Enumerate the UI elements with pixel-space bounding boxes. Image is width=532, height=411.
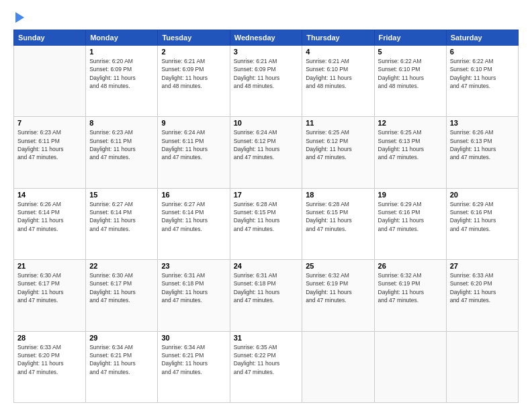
day-info: Sunrise: 6:30 AMSunset: 6:17 PMDaylight:… <box>89 271 154 304</box>
logo <box>13 12 24 23</box>
day-number: 27 <box>450 262 515 270</box>
day-info: Sunrise: 6:21 AMSunset: 6:09 PMDaylight:… <box>161 57 226 90</box>
calendar-cell: 26Sunrise: 6:32 AMSunset: 6:19 PMDayligh… <box>374 260 446 331</box>
day-info: Sunrise: 6:32 AMSunset: 6:19 PMDaylight:… <box>378 271 443 304</box>
day-info: Sunrise: 6:27 AMSunset: 6:14 PMDaylight:… <box>161 200 226 233</box>
calendar-cell: 12Sunrise: 6:25 AMSunset: 6:13 PMDayligh… <box>374 117 446 188</box>
day-info: Sunrise: 6:23 AMSunset: 6:11 PMDaylight:… <box>89 128 154 161</box>
calendar-cell: 6Sunrise: 6:22 AMSunset: 6:10 PMDaylight… <box>446 46 518 117</box>
calendar-cell: 19Sunrise: 6:29 AMSunset: 6:16 PMDayligh… <box>374 188 446 259</box>
day-info: Sunrise: 6:27 AMSunset: 6:14 PMDaylight:… <box>89 200 154 233</box>
logo-arrow-icon <box>15 12 24 23</box>
day-info: Sunrise: 6:21 AMSunset: 6:09 PMDaylight:… <box>234 57 299 90</box>
day-number: 8 <box>89 119 154 127</box>
day-number: 6 <box>450 48 515 56</box>
calendar-cell: 8Sunrise: 6:23 AMSunset: 6:11 PMDaylight… <box>86 117 158 188</box>
calendar-cell <box>302 331 374 402</box>
day-number: 2 <box>161 48 226 56</box>
day-info: Sunrise: 6:22 AMSunset: 6:10 PMDaylight:… <box>378 57 443 90</box>
day-info: Sunrise: 6:31 AMSunset: 6:18 PMDaylight:… <box>234 271 299 304</box>
day-number: 31 <box>234 334 299 342</box>
day-number: 17 <box>234 191 299 199</box>
day-info: Sunrise: 6:26 AMSunset: 6:14 PMDaylight:… <box>17 200 82 233</box>
day-info: Sunrise: 6:28 AMSunset: 6:15 PMDaylight:… <box>306 200 370 233</box>
day-info: Sunrise: 6:29 AMSunset: 6:16 PMDaylight:… <box>378 200 443 233</box>
day-number: 29 <box>89 334 154 342</box>
week-row-5: 28Sunrise: 6:33 AMSunset: 6:20 PMDayligh… <box>14 331 519 402</box>
day-info: Sunrise: 6:28 AMSunset: 6:15 PMDaylight:… <box>234 200 299 233</box>
day-info: Sunrise: 6:20 AMSunset: 6:09 PMDaylight:… <box>89 57 154 90</box>
day-number: 19 <box>378 191 443 199</box>
day-info: Sunrise: 6:21 AMSunset: 6:10 PMDaylight:… <box>306 57 370 90</box>
logo-line1 <box>13 12 24 23</box>
day-info: Sunrise: 6:25 AMSunset: 6:13 PMDaylight:… <box>378 128 443 161</box>
day-number: 26 <box>378 262 443 270</box>
day-number: 20 <box>450 191 515 199</box>
day-info: Sunrise: 6:24 AMSunset: 6:11 PMDaylight:… <box>161 128 226 161</box>
weekday-header-wednesday: Wednesday <box>230 30 302 46</box>
calendar-cell: 24Sunrise: 6:31 AMSunset: 6:18 PMDayligh… <box>230 260 302 331</box>
calendar-table: SundayMondayTuesdayWednesdayThursdayFrid… <box>13 30 519 403</box>
day-info: Sunrise: 6:32 AMSunset: 6:19 PMDaylight:… <box>306 271 370 304</box>
day-info: Sunrise: 6:33 AMSunset: 6:20 PMDaylight:… <box>17 343 82 376</box>
week-row-3: 14Sunrise: 6:26 AMSunset: 6:14 PMDayligh… <box>14 188 519 259</box>
weekday-header-sunday: Sunday <box>14 30 86 46</box>
calendar-cell: 7Sunrise: 6:23 AMSunset: 6:11 PMDaylight… <box>14 117 86 188</box>
calendar-cell <box>374 331 446 402</box>
day-info: Sunrise: 6:33 AMSunset: 6:20 PMDaylight:… <box>450 271 515 304</box>
day-number: 22 <box>89 262 154 270</box>
weekday-header-friday: Friday <box>374 30 446 46</box>
day-number: 1 <box>89 48 154 56</box>
day-number: 14 <box>17 191 82 199</box>
day-number: 28 <box>17 334 82 342</box>
day-number: 10 <box>234 119 299 127</box>
day-number: 24 <box>234 262 299 270</box>
page: SundayMondayTuesdayWednesdayThursdayFrid… <box>0 0 532 411</box>
day-info: Sunrise: 6:26 AMSunset: 6:13 PMDaylight:… <box>450 128 515 161</box>
header-row: SundayMondayTuesdayWednesdayThursdayFrid… <box>14 30 519 46</box>
weekday-header-monday: Monday <box>86 30 158 46</box>
day-info: Sunrise: 6:25 AMSunset: 6:12 PMDaylight:… <box>306 128 370 161</box>
calendar-cell <box>14 46 86 117</box>
day-info: Sunrise: 6:24 AMSunset: 6:12 PMDaylight:… <box>234 128 299 161</box>
day-info: Sunrise: 6:29 AMSunset: 6:16 PMDaylight:… <box>450 200 515 233</box>
day-number: 18 <box>306 191 370 199</box>
calendar-cell: 25Sunrise: 6:32 AMSunset: 6:19 PMDayligh… <box>302 260 374 331</box>
calendar-cell: 18Sunrise: 6:28 AMSunset: 6:15 PMDayligh… <box>302 188 374 259</box>
day-number: 9 <box>161 119 226 127</box>
day-number: 13 <box>450 119 515 127</box>
calendar-cell: 29Sunrise: 6:34 AMSunset: 6:21 PMDayligh… <box>86 331 158 402</box>
week-row-4: 21Sunrise: 6:30 AMSunset: 6:17 PMDayligh… <box>14 260 519 331</box>
calendar-cell: 22Sunrise: 6:30 AMSunset: 6:17 PMDayligh… <box>86 260 158 331</box>
day-info: Sunrise: 6:30 AMSunset: 6:17 PMDaylight:… <box>17 271 82 304</box>
calendar-cell: 9Sunrise: 6:24 AMSunset: 6:11 PMDaylight… <box>158 117 230 188</box>
day-info: Sunrise: 6:35 AMSunset: 6:22 PMDaylight:… <box>234 343 299 376</box>
week-row-1: 1Sunrise: 6:20 AMSunset: 6:09 PMDaylight… <box>14 46 519 117</box>
day-info: Sunrise: 6:34 AMSunset: 6:21 PMDaylight:… <box>161 343 226 376</box>
weekday-header-tuesday: Tuesday <box>158 30 230 46</box>
calendar-cell: 15Sunrise: 6:27 AMSunset: 6:14 PMDayligh… <box>86 188 158 259</box>
calendar-cell: 20Sunrise: 6:29 AMSunset: 6:16 PMDayligh… <box>446 188 518 259</box>
day-number: 3 <box>234 48 299 56</box>
calendar-cell <box>446 331 518 402</box>
day-number: 15 <box>89 191 154 199</box>
calendar-cell: 4Sunrise: 6:21 AMSunset: 6:10 PMDaylight… <box>302 46 374 117</box>
calendar-cell: 14Sunrise: 6:26 AMSunset: 6:14 PMDayligh… <box>14 188 86 259</box>
calendar-cell: 31Sunrise: 6:35 AMSunset: 6:22 PMDayligh… <box>230 331 302 402</box>
calendar-cell: 5Sunrise: 6:22 AMSunset: 6:10 PMDaylight… <box>374 46 446 117</box>
calendar-cell: 13Sunrise: 6:26 AMSunset: 6:13 PMDayligh… <box>446 117 518 188</box>
calendar-cell: 21Sunrise: 6:30 AMSunset: 6:17 PMDayligh… <box>14 260 86 331</box>
week-row-2: 7Sunrise: 6:23 AMSunset: 6:11 PMDaylight… <box>14 117 519 188</box>
calendar-cell: 3Sunrise: 6:21 AMSunset: 6:09 PMDaylight… <box>230 46 302 117</box>
weekday-header-thursday: Thursday <box>302 30 374 46</box>
calendar-cell: 23Sunrise: 6:31 AMSunset: 6:18 PMDayligh… <box>158 260 230 331</box>
day-number: 16 <box>161 191 226 199</box>
day-info: Sunrise: 6:31 AMSunset: 6:18 PMDaylight:… <box>161 271 226 304</box>
calendar-cell: 1Sunrise: 6:20 AMSunset: 6:09 PMDaylight… <box>86 46 158 117</box>
calendar-cell: 11Sunrise: 6:25 AMSunset: 6:12 PMDayligh… <box>302 117 374 188</box>
day-number: 5 <box>378 48 443 56</box>
calendar-cell: 28Sunrise: 6:33 AMSunset: 6:20 PMDayligh… <box>14 331 86 402</box>
day-number: 25 <box>306 262 370 270</box>
day-number: 7 <box>17 119 82 127</box>
day-info: Sunrise: 6:22 AMSunset: 6:10 PMDaylight:… <box>450 57 515 90</box>
